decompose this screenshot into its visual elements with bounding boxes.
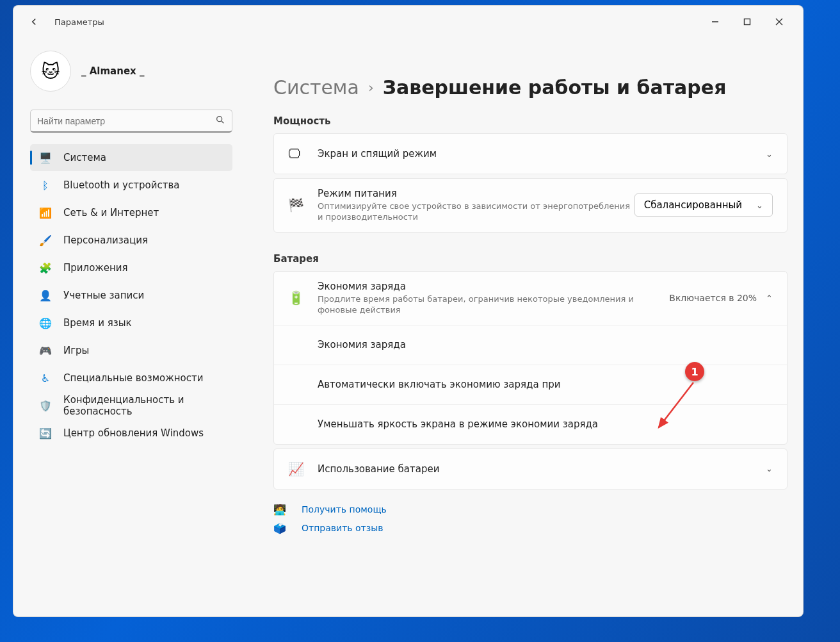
page-title: Завершение работы и батарея [383, 76, 727, 99]
svg-rect-1 [745, 19, 750, 25]
sidebar-item-label: Приложения [63, 262, 128, 274]
dim-row[interactable]: Уменьшать яркость экрана в режиме эконом… [274, 404, 787, 444]
main-content: Система › Завершение работы и батарея Мо… [241, 38, 803, 616]
sidebar-item-label: Bluetooth и устройства [63, 179, 179, 191]
avatar: 🐱 [30, 51, 71, 92]
window-title: Параметры [54, 17, 104, 27]
chevron-down-icon: ⌄ [766, 149, 773, 159]
battery-saver-toggle-row[interactable]: Экономия заряда [274, 325, 787, 365]
username: _ Almanex _ [81, 65, 144, 77]
battery-icon: 🔋 [288, 290, 318, 306]
gamepad-icon: 🎮 [39, 344, 52, 357]
sidebar-item-label: Сеть & и Интернет [63, 207, 159, 218]
sidebar-item-bluetooth[interactable]: ᛒBluetooth и устройства [30, 172, 232, 199]
chart-icon: 📈 [288, 461, 318, 477]
search-input[interactable] [37, 116, 215, 126]
help-link-row: 🧑‍💻 Получить помощь [273, 504, 788, 516]
sidebar-item-privacy[interactable]: 🛡️Конфиденциальность и безопасность [30, 392, 232, 419]
accessibility-icon: ♿ [39, 372, 52, 384]
battery-saver-status: Включается в 20% [669, 293, 757, 303]
sidebar-item-accessibility[interactable]: ♿Специальные возможности [30, 365, 232, 391]
help-icon: 🧑‍💻 [273, 504, 287, 516]
system-icon: 🖥️ [39, 151, 52, 164]
sidebar-item-personalization[interactable]: 🖌️Персонализация [30, 227, 232, 254]
gauge-icon: 🏁 [288, 197, 318, 213]
shield-icon: 🛡️ [39, 399, 52, 412]
settings-window: Параметры 🐱 _ Almanex _ 🖥️Система ᛒBluet… [13, 5, 804, 617]
dim-label: Уменьшать яркость экрана в режиме эконом… [318, 418, 773, 430]
search-icon [215, 115, 225, 128]
sidebar-item-gaming[interactable]: 🎮Игры [30, 337, 232, 364]
power-mode-value: Сбалансированный [644, 199, 742, 211]
sidebar-item-label: Учетные записи [63, 290, 144, 301]
chevron-down-icon: ⌄ [766, 464, 773, 473]
battery-saver-title: Экономия заряда [318, 281, 669, 292]
power-mode-title: Режим питания [318, 188, 634, 199]
sidebar-item-label: Система [63, 152, 106, 163]
feedback-link[interactable]: Отправить отзыв [302, 523, 383, 533]
sidebar-item-apps[interactable]: 🧩Приложения [30, 254, 232, 281]
back-button[interactable] [26, 14, 42, 29]
sidebar-nav: 🖥️Система ᛒBluetooth и устройства 📶Сеть … [30, 144, 232, 447]
auto-enable-label: Автоматически включать экономию заряда п… [318, 379, 773, 390]
sidebar-item-network[interactable]: 📶Сеть & и Интернет [30, 199, 232, 226]
sidebar-item-label: Центр обновления Windows [63, 427, 204, 439]
battery-saver-panel: 🔋 Экономия заряда Продлите время работы … [273, 271, 788, 445]
annotation-marker-1: 1 [685, 362, 704, 381]
chevron-down-icon: ⌄ [756, 201, 763, 210]
sidebar-item-update[interactable]: 🔄Центр обновления Windows [30, 420, 232, 447]
search-box[interactable] [30, 110, 232, 133]
get-help-link[interactable]: Получить помощь [302, 504, 387, 514]
power-mode-sub: Оптимизируйте свое устройство в зависимо… [318, 201, 634, 223]
section-battery-label: Батарея [273, 253, 788, 265]
sidebar-item-system[interactable]: 🖥️Система [30, 144, 232, 171]
bluetooth-icon: ᛒ [39, 179, 52, 192]
power-mode-dropdown[interactable]: Сбалансированный ⌄ [634, 193, 773, 217]
profile-block[interactable]: 🐱 _ Almanex _ [30, 51, 232, 92]
feedback-link-row: 🗳️ Отправить отзыв [273, 522, 788, 534]
auto-enable-row[interactable]: Автоматически включать экономию заряда п… [274, 365, 787, 404]
screen-icon: 🖵 [288, 146, 318, 161]
sidebar-item-time-language[interactable]: 🌐Время и язык [30, 309, 232, 336]
sidebar-item-label: Игры [63, 345, 89, 356]
sidebar-item-label: Персонализация [63, 235, 148, 246]
wifi-icon: 📶 [39, 206, 52, 219]
power-mode-panel[interactable]: 🏁 Режим питания Оптимизируйте свое устро… [273, 178, 788, 233]
battery-saver-sub: Продлите время работы батареи, ограничив… [318, 294, 638, 316]
battery-usage-panel[interactable]: 📈 Использование батареи ⌄ [273, 449, 788, 490]
sidebar-item-label: Конфиденциальность и безопасность [63, 394, 223, 417]
globe-icon: 🌐 [39, 317, 52, 329]
apps-icon: 🧩 [39, 261, 52, 274]
screen-sleep-panel[interactable]: 🖵 Экран и спящий режим ⌄ [273, 133, 788, 174]
screen-sleep-title: Экран и спящий режим [318, 148, 766, 160]
breadcrumb-parent[interactable]: Система [273, 76, 359, 99]
titlebar: Параметры [13, 6, 803, 38]
battery-saver-toggle-label: Экономия заряда [318, 339, 773, 350]
svg-point-2 [217, 116, 222, 121]
chevron-up-icon: ⌃ [766, 293, 773, 303]
sidebar: 🐱 _ Almanex _ 🖥️Система ᛒBluetooth и уст… [13, 38, 241, 616]
battery-usage-title: Использование батареи [318, 463, 766, 475]
accounts-icon: 👤 [39, 289, 52, 302]
breadcrumb: Система › Завершение работы и батарея [273, 76, 788, 99]
window-controls [699, 10, 795, 33]
chevron-right-icon: › [368, 79, 374, 95]
sidebar-item-accounts[interactable]: 👤Учетные записи [30, 282, 232, 309]
brush-icon: 🖌️ [39, 234, 52, 247]
minimize-button[interactable] [699, 10, 731, 33]
close-button[interactable] [763, 10, 795, 33]
feedback-icon: 🗳️ [273, 522, 287, 534]
sidebar-item-label: Время и язык [63, 317, 132, 329]
update-icon: 🔄 [39, 427, 52, 440]
maximize-button[interactable] [731, 10, 763, 33]
battery-saver-header[interactable]: 🔋 Экономия заряда Продлите время работы … [274, 272, 787, 325]
sidebar-item-label: Специальные возможности [63, 372, 203, 384]
section-power-label: Мощность [273, 115, 788, 127]
